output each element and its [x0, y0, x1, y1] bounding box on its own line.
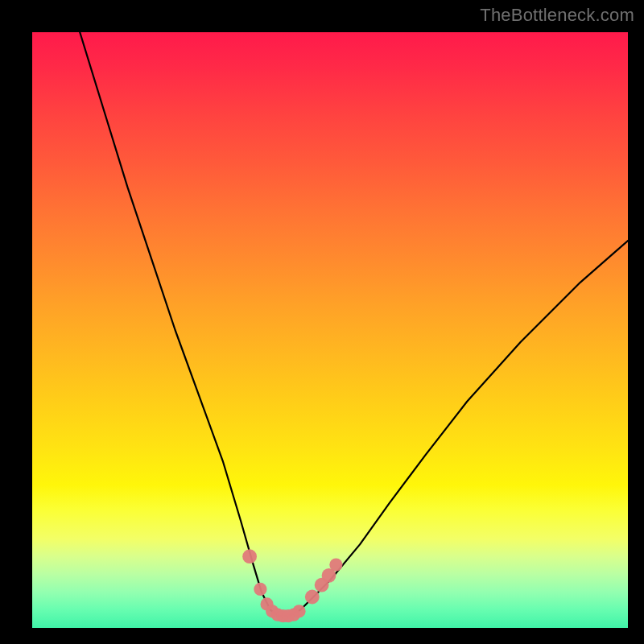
curve-marker	[292, 605, 305, 617]
bottleneck-curve	[80, 32, 628, 616]
curve-marker	[329, 559, 342, 572]
chart-svg	[32, 32, 628, 628]
chart-frame: TheBottleneck.com	[0, 0, 644, 644]
watermark-text: TheBottleneck.com	[480, 5, 634, 26]
curve-marker	[305, 590, 320, 605]
curve-marker	[254, 583, 266, 596]
curve-marker	[242, 549, 257, 564]
plot-area	[32, 32, 628, 628]
curve-markers	[242, 549, 342, 622]
